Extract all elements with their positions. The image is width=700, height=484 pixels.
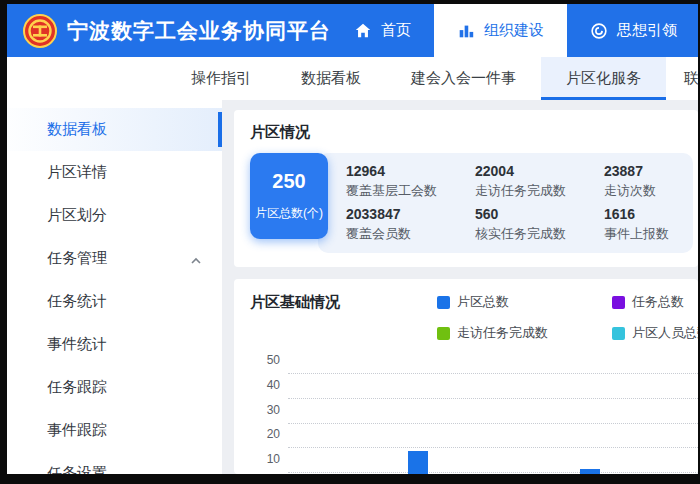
overview-card: 片区情况 250片区总数(个)12964覆盖基层工会数2033847覆盖会员数2… [234,110,698,267]
bar-镇海区 [580,469,600,474]
top-nav-home[interactable]: 首页 [331,4,434,57]
y-axis-tick: 10 [250,452,280,466]
main-content: 片区情况 250片区总数(个)12964覆盖基层工会数2033847覆盖会员数2… [222,100,698,474]
legend-swatch [437,327,450,340]
stat-item: 22004走访任务完成数 [475,163,566,200]
stat-value: 22004 [475,163,566,179]
legend-swatch [612,296,625,309]
legend-label: 片区人员总数 [632,324,698,342]
legend-item-任务总数[interactable]: 任务总数 [612,293,698,311]
sidebar-item-片区详情[interactable]: 片区详情 [7,151,222,194]
stat-group: 250片区总数(个)12964覆盖基层工会数2033847覆盖会员数22004走… [250,153,693,253]
stat-value: 12964 [346,163,437,179]
legend-label: 走访任务完成数 [457,324,548,342]
sidebar-item-label: 事件统计 [47,335,107,354]
y-axis-tick: 50 [250,353,280,367]
sidebar: 数据看板片区详情片区划分任务管理任务统计事件统计任务跟踪事件跟踪任务设置 [7,100,222,474]
stat-label: 核实任务完成数 [475,225,566,243]
y-axis-tick: 30 [250,403,280,417]
legend-swatch [612,327,625,340]
legend-label: 任务总数 [632,293,684,311]
sidebar-item-任务管理[interactable]: 任务管理 [7,237,222,280]
stat-item: 2033847覆盖会员数 [346,206,437,243]
legend-swatch [437,296,450,309]
stats-panel: 12964覆盖基层工会数2033847覆盖会员数22004走访任务完成数560核… [318,153,693,253]
highlight-value: 250 [272,170,305,193]
sidebar-item-事件统计[interactable]: 事件统计 [7,323,222,366]
y-axis-tick: 40 [250,378,280,392]
sidebar-item-label: 事件跟踪 [47,421,107,440]
gridline [288,373,698,374]
stat-item: 23887走访次数 [604,163,669,200]
home-icon [354,22,372,40]
sidebar-item-数据看板[interactable]: 数据看板 [7,108,222,151]
subnav-tab-数据看板[interactable]: 数据看板 [276,57,386,100]
legend-item-片区人员总数[interactable]: 片区人员总数 [612,324,698,342]
y-axis-tick: 20 [250,427,280,441]
app-window: 宁波数字工会业务协同平台 首页 组织建设 思想引领 操作指引数据看板建会入会一件… [7,4,698,474]
stat-label: 覆盖基层工会数 [346,182,437,200]
stat-label: 走访次数 [604,182,669,200]
sidebar-item-label: 片区划分 [47,206,107,225]
stat-value: 1616 [604,206,669,222]
top-nav-org-building[interactable]: 组织建设 [434,4,567,57]
sidebar-item-任务统计[interactable]: 任务统计 [7,280,222,323]
gridline [288,398,698,399]
overview-title: 片区情况 [250,123,698,142]
subnav-tab-建会入会一件事[interactable]: 建会入会一件事 [386,57,541,100]
subnav-tab-操作指引[interactable]: 操作指引 [166,57,276,100]
subnav-tab-片区化服务[interactable]: 片区化服务 [541,57,666,100]
highlight-label: 片区总数(个) [255,205,323,222]
chart-plot-area: 01020304050市本级海曙区江北区镇海区北仑区 [288,374,698,474]
legend-item-片区总数[interactable]: 片区总数 [437,293,548,311]
sidebar-item-label: 任务管理 [47,249,107,268]
top-nav-label: 思想引领 [617,21,677,40]
union-logo-icon [23,14,57,48]
stat-value: 560 [475,206,566,222]
browser-window-frame: 宁波数字工会业务协同平台 首页 组织建设 思想引领 操作指引数据看板建会入会一件… [0,0,700,484]
stat-item: 12964覆盖基层工会数 [346,163,437,200]
bar-chart: 01020304050市本级海曙区江北区镇海区北仑区 [250,374,698,474]
secondary-nav: 操作指引数据看板建会入会一件事片区化服务联 [7,57,698,100]
top-nav-ideology[interactable]: 思想引领 [567,4,698,57]
chart-legend: 片区总数任务总数走访任务完成数片区人员总数 [437,293,698,342]
overview-groups: 250片区总数(个)12964覆盖基层工会数2033847覆盖会员数22004走… [250,153,698,253]
bar-海曙区 [408,451,428,474]
sidebar-item-label: 任务设置 [47,464,107,474]
legend-label: 片区总数 [457,293,509,311]
sidebar-item-label: 任务统计 [47,292,107,311]
sidebar-item-任务跟踪[interactable]: 任务跟踪 [7,366,222,409]
top-nav: 首页 组织建设 思想引领 [331,4,698,57]
gridline [288,472,698,473]
sidebar-item-label: 任务跟踪 [47,378,107,397]
highlight-card: 250片区总数(个) [250,153,328,239]
bar-chart-icon [457,22,475,40]
app-header: 宁波数字工会业务协同平台 首页 组织建设 思想引领 [7,4,698,57]
top-nav-label: 组织建设 [484,21,544,40]
stat-label: 事件上报数 [604,225,669,243]
legend-item-走访任务完成数[interactable]: 走访任务完成数 [437,324,548,342]
stat-value: 2033847 [346,206,437,222]
stat-item: 1616事件上报数 [604,206,669,243]
stat-item: 560核实任务完成数 [475,206,566,243]
sidebar-item-label: 片区详情 [47,163,107,182]
chevron-up-icon[interactable] [190,253,202,265]
chart-title: 片区基础情况 [250,293,340,312]
sidebar-item-任务设置[interactable]: 任务设置 [7,452,222,474]
gridline [288,447,698,448]
gridline [288,423,698,424]
chart-card: 片区基础情况 片区总数任务总数走访任务完成数片区人员总数 01020304050… [234,279,698,474]
badge-icon [590,22,608,40]
subnav-tab-联[interactable]: 联 [666,57,698,100]
section-gap [234,267,698,279]
stat-label: 走访任务完成数 [475,182,566,200]
sidebar-item-事件跟踪[interactable]: 事件跟踪 [7,409,222,452]
sidebar-item-label: 数据看板 [47,120,107,139]
stat-value: 23887 [604,163,669,179]
top-nav-label: 首页 [381,21,411,40]
sidebar-item-片区划分[interactable]: 片区划分 [7,194,222,237]
stat-label: 覆盖会员数 [346,225,437,243]
app-title: 宁波数字工会业务协同平台 [67,17,331,45]
